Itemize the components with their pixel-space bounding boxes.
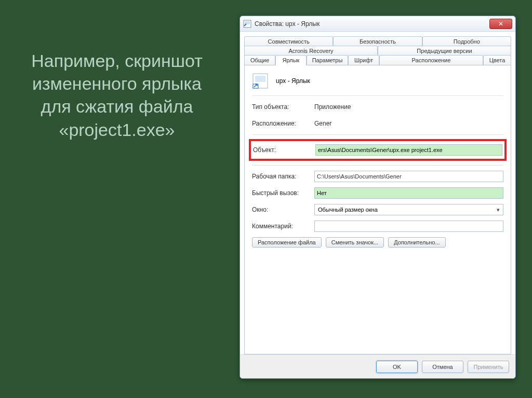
target-input[interactable] bbox=[315, 144, 502, 156]
row-workdir: Рабочая папка: bbox=[252, 171, 503, 182]
type-value: Приложение bbox=[314, 103, 503, 111]
tab-details[interactable]: Подробно bbox=[422, 36, 511, 46]
hotkey-label: Быстрый вызов: bbox=[252, 189, 314, 197]
shortcut-name: upx - Ярлык bbox=[276, 77, 310, 85]
tabs-area: Совместимость Безопасность Подробно Acro… bbox=[240, 32, 515, 65]
tab-security[interactable]: Безопасность bbox=[333, 36, 422, 46]
tab-row-3: Общие Ярлык Параметры Шрифт Расположение… bbox=[244, 54, 511, 65]
titlebar[interactable]: Свойства: upx - Ярлык ✕ bbox=[240, 16, 515, 32]
window-select[interactable]: Обычный размер окна ▾ bbox=[314, 204, 503, 215]
target-label: Объект: bbox=[253, 146, 315, 154]
tab-general[interactable]: Общие bbox=[244, 55, 275, 65]
workdir-input[interactable] bbox=[314, 171, 503, 182]
advanced-button[interactable]: Дополнительно... bbox=[388, 237, 445, 248]
row-window: Окно: Обычный размер окна ▾ bbox=[252, 204, 503, 215]
location-value: Gener bbox=[314, 120, 503, 127]
shortcut-icon bbox=[252, 73, 269, 89]
tab-shortcut[interactable]: Ярлык bbox=[275, 55, 307, 65]
hotkey-input[interactable] bbox=[314, 187, 503, 199]
tab-font[interactable]: Шрифт bbox=[348, 55, 379, 65]
row-location: Расположение: Gener bbox=[252, 118, 503, 129]
tab-compatibility[interactable]: Совместимость bbox=[244, 36, 333, 46]
row-target: Объект: bbox=[253, 144, 502, 156]
open-location-button[interactable]: Расположение файла bbox=[252, 237, 322, 248]
workdir-label: Рабочая папка: bbox=[252, 173, 314, 180]
action-buttons: Расположение файла Сменить значок... Доп… bbox=[252, 237, 503, 248]
dialog-footer: OK Отмена Применить bbox=[240, 354, 515, 378]
tab-acronis[interactable]: Acronis Recovery bbox=[244, 46, 378, 56]
tab-row-1: Совместимость Безопасность Подробно bbox=[244, 36, 511, 45]
tab-row-2: Acronis Recovery Предыдущие версии bbox=[244, 45, 511, 54]
properties-dialog: Свойства: upx - Ярлык ✕ Совместимость Бе… bbox=[240, 16, 516, 379]
window-label: Окно: bbox=[252, 206, 314, 213]
chevron-down-icon: ▾ bbox=[496, 207, 501, 212]
comment-label: Комментарий: bbox=[252, 223, 314, 230]
row-type: Тип объекта: Приложение bbox=[252, 101, 503, 113]
divider bbox=[252, 165, 503, 166]
divider bbox=[252, 95, 503, 96]
divider bbox=[252, 134, 503, 135]
tab-options[interactable]: Параметры bbox=[307, 55, 348, 65]
change-icon-button[interactable]: Сменить значок... bbox=[326, 237, 384, 248]
slide-caption: Например, скриншот измененного ярлыка дл… bbox=[21, 49, 213, 141]
window-title: Свойства: upx - Ярлык bbox=[255, 20, 489, 28]
row-hotkey: Быстрый вызов: bbox=[252, 187, 503, 199]
tab-previous-versions[interactable]: Предыдущие версии bbox=[378, 46, 511, 56]
svg-rect-3 bbox=[255, 76, 265, 82]
type-label: Тип объекта: bbox=[252, 103, 314, 111]
tab-colors[interactable]: Цвета bbox=[483, 55, 511, 65]
close-button[interactable]: ✕ bbox=[489, 19, 512, 29]
apply-button[interactable]: Применить bbox=[468, 361, 509, 373]
cancel-button[interactable]: Отмена bbox=[422, 361, 463, 373]
ok-button[interactable]: OK bbox=[376, 361, 418, 373]
comment-input[interactable] bbox=[314, 221, 503, 232]
window-select-value: Обычный размер окна bbox=[318, 207, 378, 213]
window-icon bbox=[243, 20, 251, 28]
location-label: Расположение: bbox=[252, 120, 314, 127]
target-highlight: Объект: bbox=[249, 139, 507, 161]
header-row: upx - Ярлык bbox=[252, 73, 503, 89]
tab-layout[interactable]: Расположение bbox=[379, 55, 483, 65]
close-icon: ✕ bbox=[498, 20, 503, 28]
shortcut-panel: upx - Ярлык Тип объекта: Приложение Расп… bbox=[244, 65, 511, 354]
row-comment: Комментарий: bbox=[252, 221, 503, 232]
